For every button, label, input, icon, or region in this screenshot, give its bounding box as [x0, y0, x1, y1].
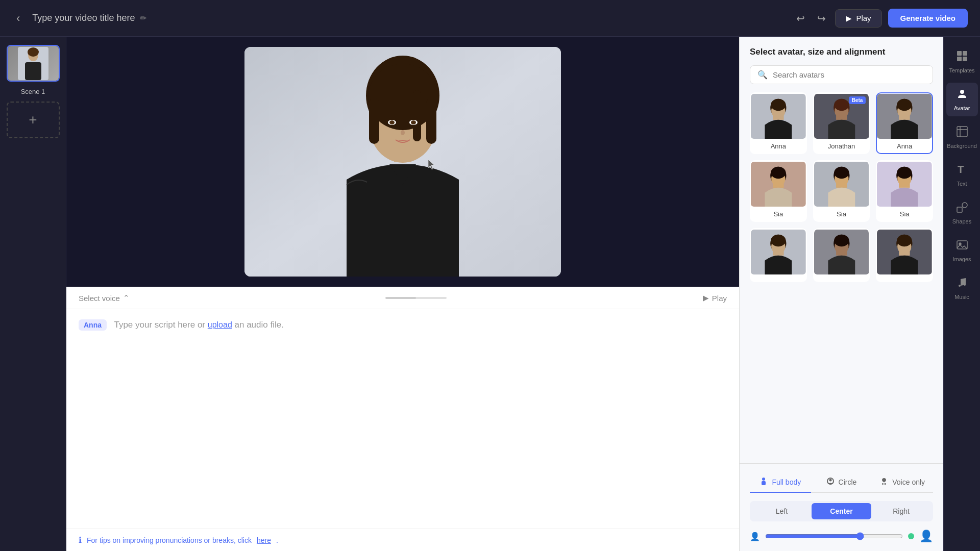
search-input[interactable] — [773, 70, 925, 79]
script-body[interactable]: Anna Type your script here or upload an … — [66, 309, 739, 529]
avatar-name: Sia — [877, 207, 932, 221]
sidebar-icon-text[interactable]: TText — [946, 158, 978, 192]
scene-1-label: Scene 1 — [21, 88, 45, 95]
size-tab-voice-only[interactable]: Voice only — [872, 472, 933, 493]
main-layout: Scene 1 + — [0, 37, 980, 551]
text-icon: T — [956, 163, 968, 179]
svg-point-62 — [762, 478, 765, 481]
panel-title: Select avatar, size and alignment — [750, 47, 933, 57]
play-button[interactable]: ▶ Play — [835, 9, 881, 28]
svg-point-26 — [834, 99, 849, 111]
upload-link[interactable]: upload — [208, 320, 232, 329]
svg-point-13 — [389, 120, 395, 124]
music-icon — [956, 277, 968, 292]
voice-only-icon — [880, 477, 888, 487]
main-avatar-svg — [244, 47, 561, 277]
avatar-tag: Anna — [79, 319, 107, 331]
tip-icon: ℹ — [79, 535, 82, 545]
svg-point-2 — [28, 47, 39, 57]
svg-rect-67 — [963, 51, 967, 56]
svg-point-31 — [897, 99, 912, 111]
svg-rect-3 — [25, 62, 41, 80]
svg-point-46 — [897, 167, 912, 179]
avatar-card-jonathan[interactable]: BetaJonathan — [813, 92, 870, 154]
sidebar-icon-avatar[interactable]: Avatar — [946, 83, 978, 116]
svg-point-70 — [960, 90, 964, 94]
sidebar-icon-templates[interactable]: Templates — [946, 45, 978, 79]
size-tab-full-body[interactable]: Full body — [750, 472, 811, 493]
slider-small-person-icon: 👤 — [750, 532, 760, 541]
background-icon — [956, 126, 968, 141]
sidebar-icon-images[interactable]: Images — [946, 234, 978, 267]
script-play-label: Play — [712, 294, 727, 303]
avatar-card-sia3[interactable]: Sia — [876, 160, 933, 222]
video-title: Type your video title here — [32, 13, 135, 23]
size-slider[interactable] — [765, 532, 903, 540]
play-icon: ▶ — [846, 14, 852, 23]
scene-thumb-avatar-svg — [18, 47, 48, 80]
title-area: Type your video title here ✏ — [32, 13, 146, 23]
script-panel: Select voice ⌃ ▶ Play Anna Type your scr… — [66, 287, 739, 551]
tip-text: For tips on improving pronunciations or … — [87, 536, 252, 544]
svg-point-36 — [771, 167, 786, 179]
avatar-name: Anna — [877, 139, 932, 153]
avatar-name: Sia — [751, 207, 806, 221]
top-bar-left: ‹ Type your video title here ✏ — [12, 10, 793, 27]
music-label: Music — [954, 294, 969, 300]
redo-button[interactable]: ↪ — [814, 9, 829, 28]
progress-area — [130, 297, 703, 299]
svg-point-15 — [411, 120, 416, 124]
script-placeholder-2: an audio file. — [232, 320, 284, 330]
svg-text:T: T — [958, 164, 964, 175]
svg-rect-68 — [957, 57, 962, 61]
avatar-name — [751, 275, 806, 281]
avatar-card-sia2[interactable]: Sia — [813, 160, 870, 222]
full-body-icon — [760, 477, 768, 487]
avatar-grid: Anna BetaJonathan Anna Sia Sia Sia — [750, 92, 933, 282]
sidebar-icon-shapes[interactable]: Shapes — [946, 196, 978, 230]
avatar-card-anna2[interactable]: Anna — [876, 92, 933, 154]
shapes-icon — [956, 201, 968, 216]
undo-button[interactable]: ↩ — [793, 9, 808, 28]
script-header: Select voice ⌃ ▶ Play — [66, 287, 739, 309]
avatar-name: Jonathan — [814, 139, 869, 153]
sidebar-icon-background[interactable]: Background — [946, 120, 978, 154]
center-area: Select voice ⌃ ▶ Play Anna Type your scr… — [66, 37, 739, 551]
align-tab-left[interactable]: Left — [752, 503, 812, 519]
right-sidebar: TemplatesAvatarBackgroundTTextShapesImag… — [943, 37, 980, 551]
back-button[interactable]: ‹ — [12, 10, 24, 27]
right-panel: Select avatar, size and alignment 🔍 Anna… — [739, 37, 943, 551]
avatar-card-anna1[interactable]: Anna — [750, 92, 807, 154]
avatar-card-sia1[interactable]: Sia — [750, 160, 807, 222]
script-play-button[interactable]: ▶ Play — [703, 293, 727, 303]
avatar-label: Avatar — [954, 105, 970, 111]
add-scene-button[interactable]: + — [7, 102, 60, 138]
sidebar-icon-music[interactable]: Music — [946, 271, 978, 305]
align-tab-center[interactable]: Center — [812, 503, 871, 519]
svg-point-80 — [964, 284, 966, 286]
templates-icon — [956, 50, 968, 65]
video-canvas — [244, 47, 561, 277]
avatar-name — [877, 275, 932, 281]
progress-fill — [385, 297, 416, 299]
svg-point-56 — [834, 235, 849, 246]
avatar-card-r2[interactable] — [813, 228, 870, 282]
svg-rect-63 — [762, 481, 766, 485]
shapes-label: Shapes — [952, 218, 971, 224]
top-bar-right: ↩ ↪ ▶ Play Generate video — [793, 9, 968, 28]
svg-point-21 — [771, 99, 786, 111]
align-tab-right[interactable]: Right — [871, 503, 931, 519]
tip-link[interactable]: here — [257, 536, 271, 544]
scene-1-thumb[interactable] — [7, 45, 60, 82]
size-tab-circle[interactable]: Circle — [811, 472, 872, 493]
avatar-card-r1[interactable] — [750, 228, 807, 282]
script-play-icon: ▶ — [703, 293, 709, 303]
select-voice-button[interactable]: Select voice ⌃ — [79, 293, 130, 303]
avatar-card-r3[interactable] — [876, 228, 933, 282]
svg-point-41 — [834, 167, 849, 179]
edit-title-icon[interactable]: ✏ — [140, 13, 146, 23]
slider-large-person-icon: 👤 — [919, 530, 933, 543]
play-label: Play — [856, 14, 871, 22]
generate-video-button[interactable]: Generate video — [888, 9, 968, 28]
scene-thumb-inner — [8, 46, 59, 81]
